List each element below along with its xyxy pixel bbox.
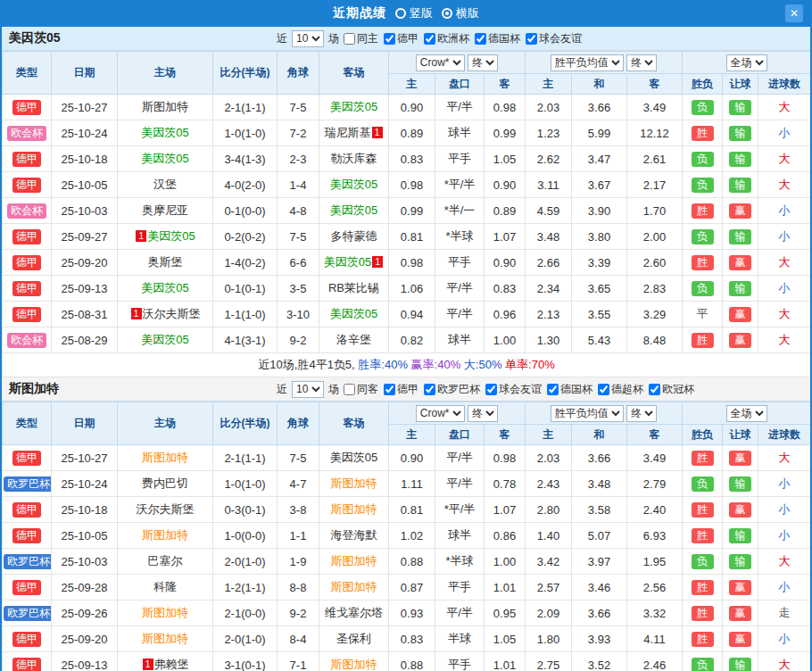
home-team-cell[interactable]: 科隆 xyxy=(118,575,213,601)
away-team-cell[interactable]: 斯图加特 xyxy=(319,497,389,523)
away-team-cell[interactable]: 美因茨05 xyxy=(319,198,389,224)
filter-checkbox[interactable] xyxy=(344,33,355,45)
avg-draw-cell: 3.66 xyxy=(572,445,627,471)
filter-德国杯[interactable]: 德国杯 xyxy=(547,382,592,397)
filter-checkbox[interactable] xyxy=(526,33,537,45)
goals-cell: 小 xyxy=(758,198,810,224)
odds-source-select[interactable]: Crow* xyxy=(416,54,465,71)
layout-radio-horizontal[interactable]: 横版 xyxy=(442,5,479,21)
filter-欧洲杯[interactable]: 欧洲杯 xyxy=(424,31,469,46)
scope-select[interactable]: 全场 xyxy=(726,54,767,71)
league-cell: 欧罗巴杯 xyxy=(3,601,52,626)
away-team-cell[interactable]: 美因茨051 xyxy=(319,250,389,276)
home-team-cell[interactable]: 奥摩尼亚 xyxy=(118,198,213,224)
away-team-cell[interactable]: 斯图加特 xyxy=(319,652,389,671)
close-icon[interactable]: ✕ xyxy=(785,4,803,22)
odds-final-select[interactable]: 终 xyxy=(468,54,498,71)
away-team-cell[interactable]: 瑞尼斯基1 xyxy=(319,120,389,146)
home-team-cell[interactable]: 斯图加特 xyxy=(118,626,213,652)
avg-away-cell: 2.83 xyxy=(627,276,683,302)
filter-label: 同客 xyxy=(357,382,378,397)
avg-final-select[interactable]: 终 xyxy=(626,405,657,422)
handicap-result-cell: 赢 xyxy=(723,445,758,471)
filter-checkbox[interactable] xyxy=(598,384,609,395)
away-team-cell[interactable]: 圣保利 xyxy=(319,626,389,652)
home-team-cell[interactable]: 美因茨05 xyxy=(118,327,213,353)
scope-select[interactable]: 全场 xyxy=(726,405,767,422)
handicap-result-cell: 赢 xyxy=(723,601,758,626)
filter-checkbox[interactable] xyxy=(547,384,559,395)
league-filter-group: 同客德甲欧罗巴杯球会友谊德国杯德超杯欧冠杯 xyxy=(344,382,694,397)
goals-cell: 小 xyxy=(758,523,810,549)
filter-同客[interactable]: 同客 xyxy=(344,382,378,397)
filter-同主[interactable]: 同主 xyxy=(344,31,378,46)
filter-checkbox[interactable] xyxy=(424,33,435,45)
filter-球会友谊[interactable]: 球会友谊 xyxy=(526,31,582,46)
filter-checkbox[interactable] xyxy=(384,33,395,45)
filter-欧罗巴杯[interactable]: 欧罗巴杯 xyxy=(424,382,480,397)
home-team-cell[interactable]: 美因茨05 xyxy=(118,120,213,146)
layout-radio-vertical[interactable]: 竖版 xyxy=(395,5,433,21)
home-team-cell[interactable]: 美因茨05 xyxy=(118,276,213,302)
league-filter-group: 同主德甲欧洲杯德国杯球会友谊 xyxy=(344,31,582,46)
home-team-cell[interactable]: 费内巴切 xyxy=(118,471,213,497)
filter-label: 欧冠杯 xyxy=(662,382,694,397)
home-team-cell[interactable]: 1弗赖堡 xyxy=(118,652,213,671)
home-team-cell[interactable]: 巴塞尔 xyxy=(118,549,213,575)
subcol-odds-handicap: 盘口 xyxy=(435,74,485,95)
result-cell: 负 xyxy=(683,549,723,575)
filter-德国杯[interactable]: 德国杯 xyxy=(475,31,520,46)
filter-德甲[interactable]: 德甲 xyxy=(384,382,418,397)
league-badge: 德甲 xyxy=(12,632,41,647)
away-team-cell[interactable]: 维戈塞尔塔 xyxy=(319,601,389,626)
odds-source-select[interactable]: Crow* xyxy=(416,405,465,422)
corner-cell: 3-5 xyxy=(278,276,319,302)
away-team-cell[interactable]: 美因茨05 xyxy=(319,172,389,198)
avg-select[interactable]: 胜平负均值 xyxy=(551,54,624,71)
filter-checkbox[interactable] xyxy=(649,384,660,395)
filter-checkbox[interactable] xyxy=(475,33,486,45)
filter-德超杯[interactable]: 德超杯 xyxy=(598,382,643,397)
away-team-cell[interactable]: 海登海默 xyxy=(319,523,389,549)
away-team-cell[interactable]: 斯图加特 xyxy=(319,471,389,497)
team-name: 勒沃库森 xyxy=(331,152,377,165)
goals-cell: 小 xyxy=(758,224,810,250)
goals-cell: 大 xyxy=(758,549,810,575)
away-team-cell[interactable]: 洛辛堡 xyxy=(319,327,389,353)
away-team-cell[interactable]: 多特蒙德 xyxy=(319,224,389,250)
home-team-cell[interactable]: 斯图加特 xyxy=(118,95,213,120)
home-team-cell[interactable]: 斯图加特 xyxy=(118,445,213,471)
filter-checkbox[interactable] xyxy=(344,384,355,395)
handicap-badge: 赢 xyxy=(729,451,751,466)
home-team-cell[interactable]: 美因茨05 xyxy=(118,146,213,172)
col-header-date: 日期 xyxy=(52,402,118,445)
avg-draw-cell: 3.65 xyxy=(572,276,627,302)
home-team-cell[interactable]: 1美因茨05 xyxy=(118,224,213,250)
summary-part: 赢率:40% xyxy=(408,358,460,371)
corner-cell: 6-6 xyxy=(278,250,319,276)
home-team-cell[interactable]: 1沃尔夫斯堡 xyxy=(118,302,213,327)
home-team-cell[interactable]: 斯图加特 xyxy=(118,523,213,549)
home-team-cell[interactable]: 汉堡 xyxy=(118,172,213,198)
away-team-cell[interactable]: 美因茨05 xyxy=(319,445,389,471)
filter-checkbox[interactable] xyxy=(424,384,435,395)
filter-checkbox[interactable] xyxy=(384,384,395,395)
away-team-cell[interactable]: 斯图加特 xyxy=(319,549,389,575)
odds-final-select[interactable]: 终 xyxy=(468,405,498,422)
home-team-cell[interactable]: 斯图加特 xyxy=(118,601,213,626)
avg-final-select[interactable]: 终 xyxy=(626,54,657,71)
away-team-cell[interactable]: 美因茨05 xyxy=(319,302,389,327)
filter-德甲[interactable]: 德甲 xyxy=(384,31,418,46)
home-team-cell[interactable]: 奥斯堡 xyxy=(118,250,213,276)
away-team-cell[interactable]: RB莱比锡 xyxy=(319,276,389,302)
filter-欧冠杯[interactable]: 欧冠杯 xyxy=(649,382,694,397)
home-team-cell[interactable]: 沃尔夫斯堡 xyxy=(118,497,213,523)
away-team-cell[interactable]: 美因茨05 xyxy=(319,95,389,120)
filter-checkbox[interactable] xyxy=(485,384,497,395)
filter-球会友谊[interactable]: 球会友谊 xyxy=(485,382,542,397)
away-team-cell[interactable]: 斯图加特 xyxy=(319,575,389,601)
away-team-cell[interactable]: 勒沃库森 xyxy=(319,146,389,172)
match-count-select[interactable]: 10 xyxy=(292,30,324,47)
match-count-select[interactable]: 10 xyxy=(292,381,324,398)
avg-select[interactable]: 胜平负均值 xyxy=(551,405,624,422)
